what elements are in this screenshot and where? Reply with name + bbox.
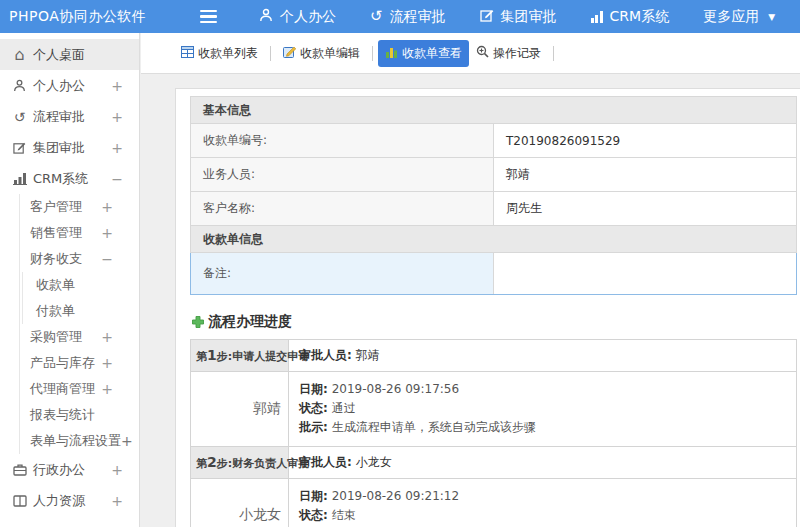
tab-separator	[553, 46, 554, 61]
sidebar-item-administration[interactable]: 行政办公 +	[0, 454, 139, 485]
sidebar-item-personal-office[interactable]: 个人办公 +	[0, 70, 139, 101]
field-value-receipt-number: T20190826091529	[494, 124, 797, 158]
sidebar-item-receipt-order[interactable]: 收款单	[23, 272, 139, 298]
tab-receipt-list[interactable]: 收款单列表	[174, 40, 265, 67]
expand-icon[interactable]: +	[101, 199, 113, 215]
step-2-approver-name: 小龙女	[191, 478, 289, 527]
edit-icon	[11, 141, 28, 154]
sidebar-item-personal-desktop[interactable]: ⌂ 个人桌面	[0, 39, 139, 70]
edit-doc-icon	[283, 46, 296, 61]
tab-bar: 收款单列表 收款单编辑 收款单查看 操作记录	[141, 33, 800, 74]
expand-icon[interactable]: +	[111, 493, 123, 509]
field-value-customer-name: 周先生	[494, 192, 797, 226]
table-row: 收款单编号: T20190826091529	[191, 124, 797, 158]
top-menu-more-apps[interactable]: 更多应用 ▼	[703, 8, 775, 26]
caret-down-icon: ▼	[768, 12, 775, 22]
expand-icon[interactable]: +	[111, 78, 123, 94]
sidebar-item-label: 销售管理	[30, 224, 82, 242]
top-menu-group-approval[interactable]: 集团审批	[480, 8, 557, 26]
sidebar-item-purchase-management[interactable]: 采购管理 +	[20, 324, 139, 350]
detail-panel: 基本信息 收款单编号: T20190826091529 业务人员: 郭靖 客户名…	[175, 88, 800, 527]
sidebar-item-reports-statistics[interactable]: 报表与统计	[20, 402, 139, 428]
field-label-customer-name: 客户名称:	[191, 192, 494, 226]
expand-icon[interactable]: +	[101, 381, 113, 397]
field-label-remark: 备注:	[191, 253, 494, 295]
sidebar-item-product-inventory[interactable]: 产品与库存 +	[20, 350, 139, 376]
sidebar-item-label: 客户管理	[30, 198, 82, 216]
history-icon: ↺	[11, 109, 28, 125]
expand-icon[interactable]: +	[111, 109, 123, 125]
tab-receipt-view[interactable]: 收款单查看	[378, 40, 469, 67]
top-menu-personal-office[interactable]: 个人办公	[259, 8, 336, 26]
sidebar-item-finance-income-expense[interactable]: 财务收支 −	[20, 246, 139, 272]
table-row: 业务人员: 郭靖	[191, 158, 797, 192]
step-detail-row: 郭靖 日期: 2019-08-26 09:17:56 状态: 通过 批示: 生成…	[191, 372, 797, 447]
expand-icon[interactable]: +	[101, 355, 113, 371]
main-content: 收款单列表 收款单编辑 收款单查看 操作记录 基本信息	[141, 33, 800, 527]
person-icon	[259, 8, 273, 25]
section-header-receipt-info: 收款单信息	[191, 226, 797, 253]
sidebar-item-label: 流程审批	[33, 108, 85, 126]
top-menu-crm[interactable]: CRM系统	[591, 8, 670, 26]
step-2-approver: 审批人员: 小龙女	[289, 446, 797, 478]
sidebar-item-customer-management[interactable]: 客户管理 +	[20, 194, 139, 220]
expand-icon[interactable]: +	[111, 462, 123, 478]
tab-operation-log[interactable]: 操作记录	[469, 40, 548, 67]
sidebar-item-label: 产品与库存	[30, 354, 95, 372]
field-label-receipt-number: 收款单编号:	[191, 124, 494, 158]
sidebar-item-label: 表单与流程设置	[30, 432, 121, 450]
sidebar-item-label: 人力资源	[33, 492, 85, 510]
sidebar-item-label: 个人桌面	[33, 46, 85, 64]
step-1-details: 日期: 2019-08-26 09:17:56 状态: 通过 批示: 生成流程申…	[289, 372, 797, 447]
sidebar-item-label: 付款单	[36, 302, 75, 320]
workflow-progress-title: 流程办理进度	[208, 313, 292, 331]
workflow-steps-table: 第1步:申请人提交申请 审批人员: 郭靖 郭靖 日期: 2019-08-26 0…	[190, 339, 797, 527]
field-label-salesperson: 业务人员:	[191, 158, 494, 192]
step-1-approver: 审批人员: 郭靖	[289, 340, 797, 372]
top-menu-label: 个人办公	[280, 8, 336, 26]
tab-receipt-edit[interactable]: 收款单编辑	[276, 40, 367, 67]
sidebar-item-group-approval[interactable]: 集团审批 +	[0, 132, 139, 163]
plus-icon	[191, 315, 205, 329]
top-menu-workflow-approval[interactable]: ↺ 流程审批	[370, 8, 446, 26]
sidebar-item-payment-order[interactable]: 付款单	[23, 298, 139, 324]
receipt-info-table: 基本信息 收款单编号: T20190826091529 业务人员: 郭靖 客户名…	[190, 96, 797, 295]
expand-icon[interactable]: +	[111, 140, 123, 156]
sidebar: ⌂ 个人桌面 个人办公 + ↺ 流程审批 + 集团审批 + CRM系统 − 客户…	[0, 33, 140, 527]
sidebar-item-crm[interactable]: CRM系统 −	[0, 163, 139, 194]
expand-icon[interactable]: +	[101, 329, 113, 345]
tab-label: 收款单列表	[198, 45, 258, 62]
bar-chart-icon	[11, 172, 28, 185]
sidebar-item-workflow-approval[interactable]: ↺ 流程审批 +	[0, 101, 139, 132]
app-brand: PHPOA协同办公软件	[0, 8, 150, 26]
step-date-line: 日期: 2019-08-26 09:17:56	[299, 380, 786, 399]
top-menu: 个人办公 ↺ 流程审批 集团审批 CRM系统 更多应用 ▼	[259, 8, 775, 26]
tab-separator	[372, 46, 373, 61]
sidebar-item-label: 行政办公	[33, 461, 85, 479]
expand-icon[interactable]: +	[121, 433, 133, 449]
sidebar-item-sales-management[interactable]: 销售管理 +	[20, 220, 139, 246]
expand-icon[interactable]: +	[101, 225, 113, 241]
step-2-label: 第2步:财务负责人审批	[191, 446, 289, 478]
sidebar-item-label: 集团审批	[33, 139, 85, 157]
book-icon	[11, 495, 28, 507]
section-header-basic-info: 基本信息	[191, 97, 797, 124]
bar-chart-icon	[591, 11, 603, 23]
field-value-salesperson: 郭靖	[494, 158, 797, 192]
step-status-line: 状态: 结束	[299, 506, 786, 525]
step-2-details: 日期: 2019-08-26 09:21:12 状态: 结束 批示: 通过	[289, 478, 797, 527]
collapse-icon[interactable]: −	[101, 251, 113, 267]
sidebar-item-form-workflow-settings[interactable]: 表单与流程设置 +	[20, 428, 139, 454]
sidebar-item-agent-management[interactable]: 代理商管理 +	[20, 376, 139, 402]
step-1-approver-name: 郭靖	[191, 372, 289, 447]
briefcase-icon	[11, 463, 28, 476]
tab-label: 收款单编辑	[300, 45, 360, 62]
collapse-icon[interactable]: −	[111, 171, 123, 187]
sidebar-item-label: 收款单	[36, 276, 75, 294]
step-date-line: 日期: 2019-08-26 09:21:12	[299, 487, 786, 506]
sidebar-item-human-resources[interactable]: 人力资源 +	[0, 485, 139, 516]
finance-submenu: 收款单 付款单	[22, 272, 139, 324]
table-icon	[181, 46, 194, 61]
crm-submenu: 客户管理 + 销售管理 + 财务收支 − 收款单 付款单 采购管理 + 产品与库…	[19, 194, 139, 454]
hamburger-menu-icon[interactable]	[196, 6, 221, 28]
